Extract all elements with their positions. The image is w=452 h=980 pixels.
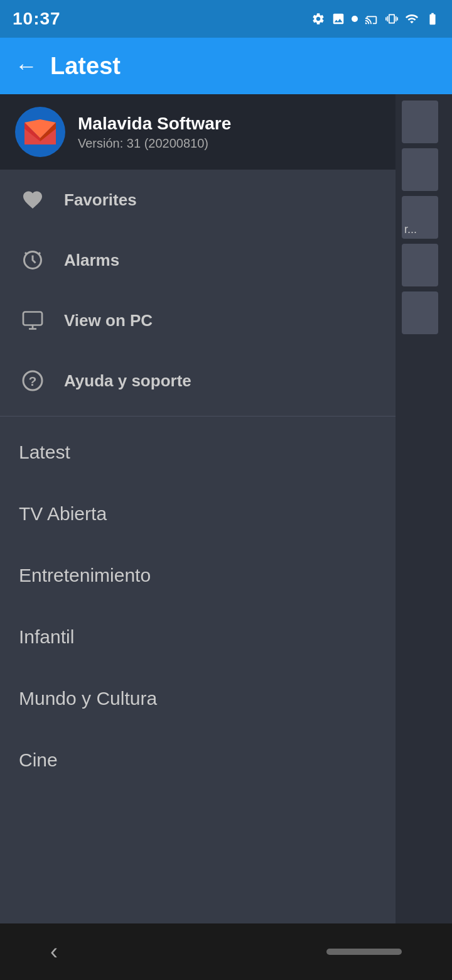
back-button[interactable]: ← (15, 53, 38, 79)
nav-home-pill[interactable] (326, 949, 402, 955)
settings-icon (311, 12, 325, 26)
view-on-pc-label: View on PC (64, 311, 153, 330)
alarms-label: Alarms (64, 251, 119, 270)
profile-version: Versión: 31 (20200810) (78, 136, 231, 151)
status-icons (311, 12, 439, 26)
category-entretenimiento[interactable]: Entretenimiento (0, 545, 396, 606)
app-bar: ← Latest (0, 38, 452, 94)
profile-header: Malavida Software Versión: 31 (20200810) (0, 94, 396, 170)
app-bar-title: Latest (50, 53, 121, 80)
notification-dot (352, 16, 358, 22)
right-thumb-4 (402, 244, 438, 286)
svg-line-6 (25, 253, 27, 254)
profile-name: Malavida Software (78, 114, 231, 134)
status-bar: 10:37 (0, 0, 452, 38)
category-infantil[interactable]: Infantil (0, 606, 396, 668)
app-logo (15, 107, 65, 157)
category-tv-abierta[interactable]: TV Abierta (0, 483, 396, 545)
heart-icon (19, 186, 46, 214)
main-content: Malavida Software Versión: 31 (20200810)… (0, 94, 452, 923)
category-cine[interactable]: Cine (0, 729, 396, 791)
nav-back-button[interactable]: ‹ (50, 939, 58, 965)
profile-info: Malavida Software Versión: 31 (20200810) (78, 114, 231, 151)
category-latest[interactable]: Latest (0, 422, 396, 483)
right-thumb-text-3: r... (404, 223, 417, 236)
status-time: 10:37 (13, 9, 61, 29)
right-thumb-1 (402, 101, 438, 143)
alarm-icon (19, 246, 46, 274)
right-thumb-5 (402, 291, 438, 334)
image-icon (331, 12, 345, 26)
svg-text:?: ? (29, 374, 37, 388)
cast-icon (364, 12, 379, 26)
help-icon: ? (19, 367, 46, 395)
category-mundo-y-cultura[interactable]: Mundo y Cultura (0, 668, 396, 729)
menu-item-view-on-pc[interactable]: View on PC (0, 290, 396, 351)
vibrate-icon (385, 12, 398, 26)
bottom-nav: ‹ (0, 923, 452, 980)
menu-divider (0, 416, 396, 416)
menu-item-help[interactable]: ? Ayuda y soporte (0, 351, 396, 411)
favorites-label: Favorites (64, 190, 137, 210)
svg-rect-8 (23, 312, 42, 325)
wifi-icon (404, 12, 419, 26)
battery-icon (426, 12, 439, 26)
monitor-icon (19, 307, 46, 334)
right-thumb-3: r... (402, 196, 438, 239)
menu-item-favorites[interactable]: Favorites (0, 170, 396, 230)
menu-item-alarms[interactable]: Alarms (0, 230, 396, 290)
drawer: Malavida Software Versión: 31 (20200810)… (0, 94, 396, 923)
right-panel: r... (396, 94, 452, 923)
right-thumb-2 (402, 148, 438, 191)
help-label: Ayuda y soporte (64, 371, 191, 391)
svg-line-7 (38, 253, 40, 254)
